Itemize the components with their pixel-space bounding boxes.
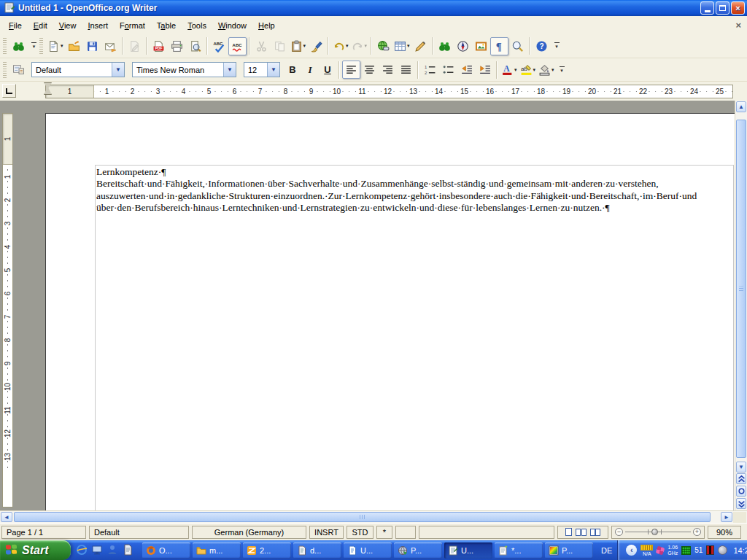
chevron-down-icon[interactable]: ▾ (407, 43, 410, 49)
toolbar-drag-handle[interactable] (39, 38, 43, 54)
highlighting-button[interactable]: ab▾ (519, 61, 538, 79)
selection-mode-indicator[interactable]: STD (347, 526, 374, 539)
bold-button[interactable]: B (284, 61, 301, 79)
spellcheck-button[interactable]: ABC (210, 37, 228, 55)
page-indicator[interactable]: Page 1 / 1 (1, 526, 86, 539)
task-archive[interactable]: 2... (243, 542, 291, 559)
autospellcheck-button[interactable]: ABC (228, 37, 247, 55)
zoom-slider-track[interactable] (625, 527, 691, 537)
menu-table[interactable]: Table (151, 18, 182, 33)
drawing-functions-button[interactable] (411, 37, 430, 55)
insert-table-button[interactable]: ▾ (392, 37, 411, 55)
bullet-list-button[interactable] (439, 61, 457, 79)
align-left-button[interactable] (342, 61, 360, 79)
scroll-left-button[interactable]: ◄ (1, 512, 12, 522)
align-justified-button[interactable] (397, 61, 415, 79)
italic-button[interactable]: I (301, 61, 319, 79)
find-toolbar-overflow[interactable]: ▾ (29, 37, 39, 55)
help-button[interactable]: ? (533, 37, 551, 55)
document-line[interactable]: über·den·Berufsbereich·hinaus·Lerntechni… (96, 202, 733, 214)
chevron-down-icon[interactable]: ▼ (223, 63, 236, 77)
undo-button[interactable]: ▾ (331, 37, 350, 55)
close-document-icon[interactable]: × (735, 22, 741, 29)
insert-mode-indicator[interactable]: INSRT (309, 526, 344, 539)
underline-button[interactable]: U (319, 61, 336, 79)
document-line[interactable]: Lernkompetenz·¶ (96, 166, 733, 178)
navigation-reticle-button[interactable] (736, 486, 746, 497)
menu-help[interactable]: Help (252, 18, 281, 33)
vertical-scroll-thumb[interactable] (736, 120, 746, 458)
menu-format[interactable]: Format (114, 18, 151, 33)
numbered-list-button[interactable]: 12 (421, 61, 439, 79)
zoom-in-icon[interactable]: + (693, 528, 701, 536)
gallery-button[interactable] (472, 37, 490, 55)
paste-button[interactable]: ▾ (289, 37, 308, 55)
task-document-2[interactable]: U... (344, 542, 392, 559)
menu-view[interactable]: View (53, 18, 82, 33)
network-meter-tray-icon[interactable] (681, 546, 691, 555)
task-document-1[interactable]: d... (293, 542, 341, 559)
chevron-down-icon[interactable]: ▼ (112, 63, 124, 77)
chevron-down-icon[interactable]: ▾ (346, 43, 349, 49)
page-preview-button[interactable] (186, 37, 204, 55)
chevron-down-icon[interactable]: ▾ (533, 67, 536, 73)
next-page-button[interactable] (736, 498, 746, 509)
task-browser[interactable]: P... (394, 542, 442, 559)
document-text[interactable]: Lernkompetenz·¶Bereitschaft·und·Fähigkei… (96, 166, 733, 214)
zoom-out-icon[interactable]: − (615, 528, 623, 536)
decrease-indent-button[interactable] (457, 61, 476, 79)
multi-page-view-icon[interactable] (576, 529, 587, 536)
navigator-button[interactable] (454, 37, 472, 55)
email-document-button[interactable] (101, 37, 120, 55)
chevron-down-icon[interactable]: ▾ (61, 43, 63, 49)
find-toolbar-button[interactable] (9, 37, 28, 55)
chevron-down-icon[interactable]: ▾ (551, 67, 554, 73)
document-line[interactable]: auszuwerten·und·in·gedankliche·Strukture… (96, 190, 733, 202)
save-button[interactable] (83, 37, 101, 55)
new-document-button[interactable]: ▾ (46, 37, 65, 55)
task-notepad[interactable]: *... (495, 542, 543, 559)
zoom-level[interactable]: 90% (708, 526, 741, 539)
chevron-down-icon[interactable]: ▾ (514, 67, 517, 73)
document-line[interactable]: Bereitschaft·und·Fähigkeit,·Informatione… (96, 178, 733, 190)
single-page-view-icon[interactable] (565, 528, 572, 536)
vertical-scrollbar[interactable]: ▲ ▼ (735, 101, 747, 510)
language-indicator[interactable]: DE (596, 546, 617, 555)
document-page[interactable]: Lernkompetenz·¶Bereitschaft·und·Fähigkei… (45, 113, 735, 510)
formatting-toolbar-overflow[interactable]: ▾ (557, 61, 567, 79)
standard-toolbar-overflow[interactable]: ▾ (552, 37, 562, 55)
export-pdf-button[interactable]: PDF (150, 37, 168, 55)
tray-collapse-chevron-icon[interactable]: ‹ (626, 545, 637, 556)
horizontal-ruler[interactable]: 1123456789101112131415161718192021222324… (45, 85, 733, 98)
language-indicator[interactable]: German (Germany) (192, 526, 306, 539)
horizontal-scrollbar[interactable]: ◄ ► (0, 510, 747, 523)
menu-insert[interactable]: Insert (82, 18, 114, 33)
document-quicklaunch-icon[interactable] (122, 544, 134, 556)
menu-window[interactable]: Window (212, 18, 252, 33)
tab-stop-selector[interactable] (2, 84, 16, 98)
styles-formatting-button[interactable] (9, 61, 28, 79)
previous-page-button[interactable] (736, 473, 746, 484)
font-name-combo[interactable]: Times New Roman▼ (132, 62, 236, 77)
show-desktop-icon[interactable] (91, 544, 104, 556)
formatting-marks-button[interactable]: ¶ (490, 37, 508, 55)
horizontal-scroll-thumb[interactable] (14, 512, 711, 522)
font-color-button[interactable]: A▾ (500, 61, 519, 79)
chevron-down-icon[interactable]: ▼ (267, 63, 279, 77)
menu-file[interactable]: File (3, 18, 28, 33)
minimize-button[interactable] (700, 1, 714, 15)
task-folder[interactable]: m... (193, 542, 241, 559)
chevron-down-icon[interactable]: ▾ (303, 43, 306, 49)
start-button[interactable]: Start (0, 540, 71, 560)
scroll-up-button[interactable]: ▲ (736, 101, 746, 112)
vertical-ruler[interactable]: 112345678910111213 (2, 113, 13, 508)
task-firefox[interactable]: O... (142, 542, 190, 559)
task-writer[interactable]: U... (444, 542, 492, 559)
find-replace-button[interactable] (436, 37, 454, 55)
font-size-combo[interactable]: 12▼ (244, 62, 280, 77)
red-black-tray-icon[interactable] (706, 545, 714, 555)
zoom-button[interactable] (508, 37, 527, 55)
print-button[interactable] (168, 37, 186, 55)
chevron-down-icon[interactable]: ▾ (365, 43, 368, 49)
background-color-button[interactable]: ▾ (537, 61, 556, 79)
